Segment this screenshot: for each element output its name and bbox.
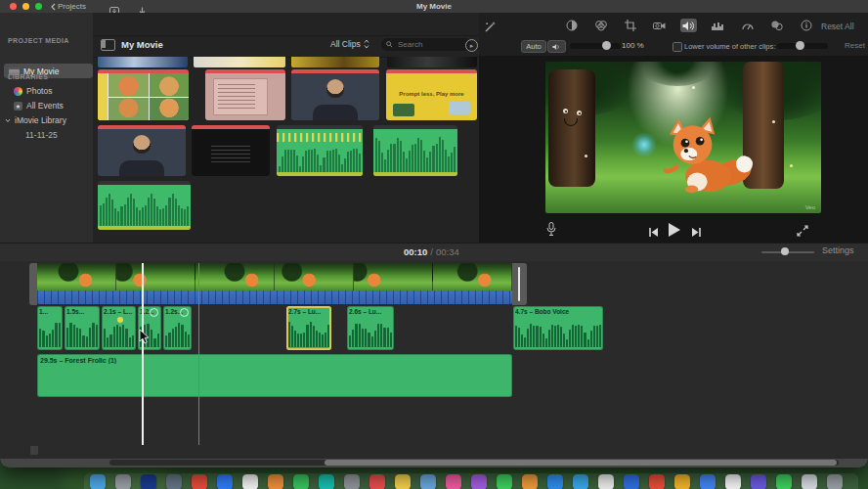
enhance-magic-wand-icon[interactable]	[484, 20, 497, 37]
media-thumbnail[interactable]	[387, 57, 477, 67]
search-field[interactable]	[381, 38, 471, 51]
timeline-audio-clip[interactable]: 1.2s...	[163, 306, 192, 350]
info-icon[interactable]	[798, 19, 814, 32]
auto-volume-button[interactable]: Auto	[521, 40, 546, 53]
media-thumbnail[interactable]	[291, 57, 379, 67]
media-thumbnail-slide[interactable]: Prompt less, Play more	[386, 69, 477, 120]
dock-icon[interactable]	[242, 474, 258, 489]
dock-icon[interactable]	[395, 474, 411, 489]
clip-size-icon[interactable]: ▸	[465, 39, 478, 52]
color-balance-icon[interactable]	[563, 19, 580, 32]
clip-trim-handle-right[interactable]	[512, 263, 527, 305]
dock-icon[interactable]	[624, 474, 639, 489]
dock-icon[interactable]	[446, 474, 461, 489]
timeline-audio-clip[interactable]: 2.7s – Lu...	[286, 306, 331, 350]
clip-filter-dropdown[interactable]: All Clips	[330, 39, 369, 49]
dock-icon[interactable]	[573, 474, 588, 489]
timeline-audio-clip[interactable]: 2.6s – Lu...	[347, 306, 394, 350]
filmstrip-frame[interactable]	[37, 263, 116, 290]
mute-button[interactable]	[547, 40, 566, 53]
filmstrip-frame[interactable]	[195, 263, 275, 290]
dock-icon[interactable]	[115, 474, 131, 489]
ducking-slider[interactable]	[777, 43, 828, 49]
crop-icon[interactable]	[622, 19, 638, 32]
timeline-settings-button[interactable]: Settings	[822, 245, 854, 255]
dock-icon[interactable]	[776, 474, 792, 489]
media-thumbnail-audio[interactable]	[373, 125, 457, 176]
volume-slider[interactable]	[570, 43, 621, 49]
dock-icon[interactable]	[217, 474, 233, 489]
media-thumbnail[interactable]	[194, 57, 285, 67]
dock-icon[interactable]	[293, 474, 309, 489]
sidebar-toggle-icon[interactable]	[101, 39, 115, 51]
media-thumbnail-audio[interactable]	[277, 125, 363, 176]
previous-frame-icon[interactable]	[648, 224, 659, 242]
dock-icon[interactable]	[674, 474, 690, 489]
dock-icon[interactable]	[751, 474, 766, 489]
video-track-filmstrip[interactable]	[37, 263, 512, 290]
volume-slider-knob[interactable]	[602, 41, 611, 50]
fullscreen-icon[interactable]	[797, 223, 808, 241]
timeline-audio-clip[interactable]: 1.5s...	[65, 306, 100, 350]
media-thumbnail-notes[interactable]	[205, 69, 285, 120]
audio-waveform	[39, 320, 61, 347]
dock-icon[interactable]	[522, 474, 538, 489]
ducking-slider-knob[interactable]	[796, 41, 804, 50]
dock-icon[interactable]	[700, 474, 716, 489]
playhead[interactable]	[142, 263, 144, 445]
media-thumbnail-audio[interactable]	[98, 181, 191, 230]
dock-icon[interactable]	[802, 474, 817, 489]
speed-icon[interactable]	[739, 19, 756, 32]
search-input[interactable]	[396, 39, 458, 50]
dock-icon[interactable]	[369, 474, 385, 489]
voiceover-mic-icon[interactable]	[546, 222, 556, 241]
media-thumbnail-webcam[interactable]	[98, 125, 186, 176]
sidebar-item-photos[interactable]: Photos	[14, 86, 52, 96]
color-correction-icon[interactable]	[592, 19, 609, 32]
dock-icon[interactable]	[471, 474, 487, 489]
dock-icon[interactable]	[598, 474, 614, 489]
timeline-zoom-knob[interactable]	[781, 247, 789, 255]
stabilization-icon[interactable]	[651, 19, 668, 32]
dock-icon[interactable]	[725, 474, 741, 489]
sidebar-item-imovie-library[interactable]: iMovie Library	[5, 115, 66, 125]
filmstrip-frame[interactable]	[354, 263, 433, 290]
media-thumbnail-fox-collage[interactable]	[98, 69, 189, 120]
timeline-audio-clip[interactable]: 1...	[37, 306, 63, 350]
dock-icon[interactable]	[420, 474, 436, 489]
reset-all-button[interactable]: Reset All	[821, 22, 854, 31]
dock-icon[interactable]	[141, 474, 156, 489]
media-thumbnail-terminal[interactable]	[192, 125, 270, 176]
media-thumbnail-webcam[interactable]	[291, 69, 379, 120]
dock-icon[interactable]	[547, 474, 563, 489]
background-music-clip[interactable]: 29.5s – Forest Frolic (1)	[37, 354, 512, 397]
dock-icon[interactable]	[192, 474, 207, 489]
timeline-audio-clip[interactable]: 2.1s – L...	[102, 306, 136, 350]
dock-icon[interactable]	[827, 474, 843, 489]
noise-reduction-icon[interactable]	[710, 19, 726, 32]
filmstrip-frame[interactable]	[433, 263, 512, 290]
video-audio-strip[interactable]	[37, 290, 512, 304]
dock-icon[interactable]	[166, 474, 182, 489]
sidebar-item-event-date[interactable]: 11-11-25	[25, 130, 58, 140]
horizontal-scrollbar-thumb[interactable]	[325, 460, 837, 466]
clip-label: 4.7s – Bobo Voice	[515, 308, 601, 315]
dock-icon[interactable]	[497, 474, 512, 489]
timeline-audio-clip[interactable]: 4.7s – Bobo Voice	[513, 306, 603, 350]
filmstrip-frame[interactable]	[116, 263, 195, 290]
media-thumbnail[interactable]	[98, 57, 188, 67]
next-frame-icon[interactable]	[691, 224, 702, 242]
dock-icon[interactable]	[649, 474, 665, 489]
play-button[interactable]	[669, 223, 680, 237]
lower-volume-checkbox[interactable]	[673, 42, 682, 52]
sidebar-item-all-events[interactable]: ★ All Events	[14, 101, 64, 111]
filmstrip-frame[interactable]	[275, 263, 354, 290]
clip-trim-handle-left[interactable]	[29, 263, 37, 305]
effects-icon[interactable]	[768, 19, 785, 32]
dock-icon[interactable]	[268, 474, 283, 489]
dock-icon[interactable]	[319, 474, 334, 489]
dock-icon[interactable]	[90, 474, 106, 489]
dock-icon[interactable]	[344, 474, 360, 489]
volume-icon[interactable]	[680, 19, 697, 32]
volume-reset-button[interactable]: Reset	[845, 41, 865, 50]
